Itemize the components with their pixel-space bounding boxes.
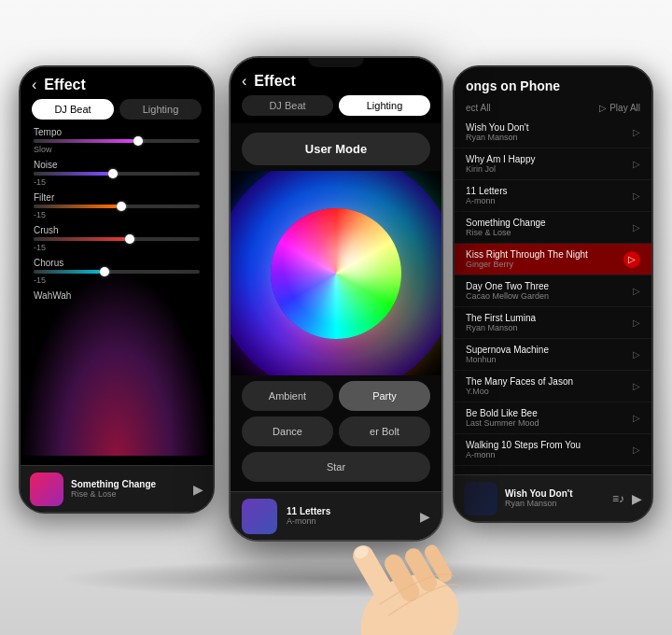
slider-tempo: Tempo Slow (34, 127, 200, 154)
effect-btn-star[interactable]: Star (242, 452, 430, 482)
songs-controls: ect All ▷ Play All (455, 99, 651, 117)
song-item-7-artist: Monhun (466, 355, 633, 364)
effect-buttons-grid: Ambient Party Dance er Bolt Star (231, 375, 441, 491)
song-item-0-play[interactable]: ▷ (633, 127, 640, 137)
center-screen: ‹ Effect DJ Beat Lighting User Mode Ambi… (231, 58, 441, 540)
right-player-artist: Ryan Manson (505, 499, 605, 508)
left-tab-lighting[interactable]: Lighting (119, 99, 202, 120)
song-item-1-play[interactable]: ▷ (633, 159, 640, 169)
right-player-info: Wish You Don't Ryan Manson (505, 488, 605, 508)
song-item-1-info: Why Am I Happy Kirin Jol (466, 154, 633, 174)
ground-shadow (56, 560, 616, 598)
center-notch (308, 58, 364, 67)
song-item-10[interactable]: Walking 10 Steps From You A-monn ▷ (455, 434, 651, 466)
effect-btn-dance[interactable]: Dance (242, 416, 333, 446)
slider-wahwah: WahWah (34, 290, 200, 301)
song-item-7-info: Supernova Machine Monhun (466, 345, 633, 364)
left-player-info: Something Change Rise & Lose (71, 479, 186, 499)
song-item-10-artist: A-monn (466, 450, 633, 459)
song-item-0-artist: Ryan Manson (466, 133, 633, 142)
left-sliders: Tempo Slow Noise -15 Filte (21, 127, 213, 512)
song-item-3-play[interactable]: ▷ (633, 222, 640, 233)
slider-crush-label: Crush (34, 225, 200, 235)
slider-noise-label: Noise (34, 160, 200, 170)
song-item-2[interactable]: 11 Letters A-monn ▷ (455, 180, 651, 212)
center-tab-djbeat[interactable]: DJ Beat (242, 95, 333, 116)
slider-tempo-track[interactable] (34, 139, 200, 143)
song-item-0-title: Wish You Don't (466, 122, 633, 133)
play-all[interactable]: ▷ Play All (599, 103, 640, 113)
song-item-8-info: The Many Faces of Jason Y.Moo (466, 376, 633, 396)
song-item-5[interactable]: Day One Two Three Cacao Mellow Garden ▷ (455, 275, 651, 307)
left-player-title: Something Change (71, 479, 186, 489)
center-player-artist: A-monn (287, 516, 411, 526)
song-item-2-artist: A-monn (466, 196, 633, 205)
center-back-arrow[interactable]: ‹ (242, 73, 246, 90)
effect-btn-ambient[interactable]: Ambient (242, 381, 333, 411)
song-item-8-title: The Many Faces of Jason (466, 376, 633, 387)
song-item-4-title: Kiss Right Through The Night (466, 249, 623, 260)
song-item-6-info: The First Lumina Ryan Manson (466, 313, 633, 332)
song-item-4-artist: Ginger Berry (466, 260, 623, 269)
slider-crush-track[interactable] (34, 237, 200, 241)
song-item-10-title: Walking 10 Steps From You (466, 440, 633, 450)
slider-crush: Crush -15 (34, 225, 200, 252)
song-item-0[interactable]: Wish You Don't Ryan Manson ▷ (455, 117, 651, 148)
song-item-4-play[interactable]: ▷ (623, 251, 640, 268)
song-item-2-title: 11 Letters (466, 186, 633, 196)
song-item-5-artist: Cacao Mellow Garden (466, 291, 633, 301)
song-item-3-title: Something Change (466, 218, 633, 228)
song-item-6[interactable]: The First Lumina Ryan Manson ▷ (455, 307, 651, 339)
right-player-thumb (464, 482, 497, 515)
center-phone: ‹ Effect DJ Beat Lighting User Mode Ambi… (229, 56, 443, 542)
song-item-6-play[interactable]: ▷ (633, 318, 640, 328)
center-player-play-icon[interactable]: ▶ (420, 509, 430, 524)
song-item-3-info: Something Change Rise & Lose (466, 218, 633, 237)
center-player-thumb (242, 499, 277, 534)
right-screen: ongs on Phone ect All ▷ Play All Wish Yo… (455, 67, 651, 521)
right-phone: ongs on Phone ect All ▷ Play All Wish Yo… (453, 65, 653, 523)
song-item-9[interactable]: Be Bold Like Bee Last Summer Mood ▷ (455, 402, 651, 434)
song-item-8-play[interactable]: ▷ (633, 381, 640, 391)
song-item-8[interactable]: The Many Faces of Jason Y.Moo ▷ (455, 371, 651, 402)
song-item-4[interactable]: Kiss Right Through The Night Ginger Berr… (455, 244, 651, 275)
slider-wahwah-label: WahWah (34, 290, 200, 301)
slider-filter-label: Filter (34, 192, 200, 203)
song-item-7-play[interactable]: ▷ (633, 349, 640, 360)
svg-point-6 (352, 543, 371, 560)
right-player-play-icon[interactable]: ▶ (632, 491, 642, 506)
select-all[interactable]: ect All (466, 103, 491, 113)
center-player-title: 11 Letters (287, 506, 411, 516)
song-item-2-play[interactable]: ▷ (633, 190, 640, 201)
song-item-5-info: Day One Two Three Cacao Mellow Garden (466, 281, 633, 301)
song-item-7-title: Supernova Machine (466, 345, 633, 355)
song-item-9-title: Be Bold Like Bee (466, 408, 633, 418)
song-item-3[interactable]: Something Change Rise & Lose ▷ (455, 212, 651, 244)
slider-noise-track[interactable] (34, 172, 200, 176)
slider-chorus-track[interactable] (34, 270, 200, 274)
song-item-0-info: Wish You Don't Ryan Manson (466, 122, 633, 142)
slider-chorus: Chorus -15 (34, 258, 200, 285)
left-back-arrow[interactable]: ‹ (32, 77, 36, 93)
color-wheel[interactable] (271, 208, 401, 339)
song-item-5-play[interactable]: ▷ (633, 286, 640, 296)
slider-filter-track[interactable] (34, 205, 200, 208)
right-player-queue-icon[interactable]: ≡♪ (612, 492, 624, 505)
center-tab-bar: DJ Beat Lighting (231, 95, 441, 123)
song-item-1[interactable]: Why Am I Happy Kirin Jol ▷ (455, 148, 651, 180)
center-tab-lighting[interactable]: Lighting (339, 95, 430, 116)
song-item-4-info: Kiss Right Through The Night Ginger Berr… (466, 249, 623, 269)
left-player-thumb (30, 473, 63, 506)
left-tab-djbeat[interactable]: DJ Beat (32, 99, 114, 120)
song-item-9-play[interactable]: ▷ (633, 413, 640, 423)
effect-btn-erbolt[interactable]: er Bolt (339, 416, 430, 446)
left-player-play-icon[interactable]: ▶ (193, 482, 203, 497)
effect-btn-party[interactable]: Party (339, 381, 430, 411)
song-item-10-info: Walking 10 Steps From You A-monn (466, 440, 633, 459)
user-mode-button[interactable]: User Mode (242, 133, 430, 165)
song-item-10-play[interactable]: ▷ (633, 444, 640, 455)
song-item-2-info: 11 Letters A-monn (466, 186, 633, 205)
left-phone: ‹ Effect DJ Beat Lighting Tempo Slow No (19, 65, 215, 514)
slider-filter: Filter -15 (34, 192, 200, 219)
song-item-7[interactable]: Supernova Machine Monhun ▷ (455, 339, 651, 371)
